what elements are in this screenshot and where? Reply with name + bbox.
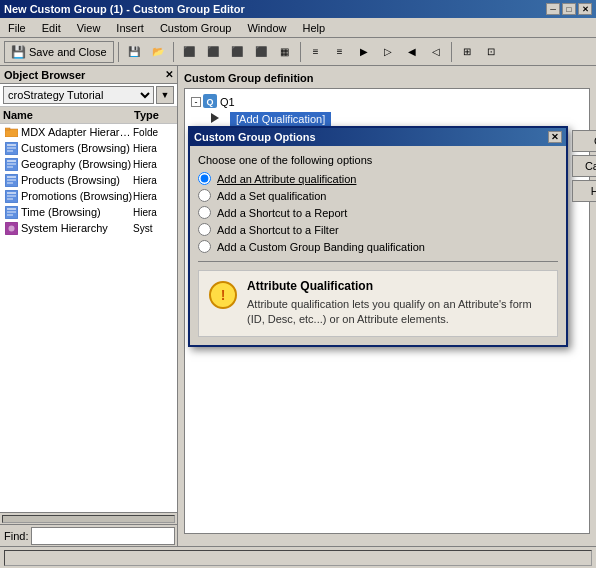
title-bar-buttons: ─ □ ✕ [546,3,592,15]
save-close-label: Save and Close [29,46,107,58]
item-name: Promotions (Browsing) [21,190,133,202]
dialog-separator [198,261,558,262]
radio-attr-qual[interactable] [198,172,211,185]
save-close-button[interactable]: 💾 Save and Close [4,41,114,63]
svg-rect-1 [5,128,10,130]
browser-search-button[interactable]: ▼ [156,86,174,104]
list-item[interactable]: Customers (Browsing) Hiera [0,140,177,156]
dialog-section-title: Choose one of the following options [198,154,558,166]
attr-text-section: Attribute Qualification Attribute qualif… [247,279,549,328]
toolbar-btn-8[interactable]: ▶ [353,41,375,63]
hierarchy-icon [4,173,18,187]
status-bar [0,546,596,568]
toolbar-btn-open[interactable]: 📂 [147,41,169,63]
toolbar-btn-13[interactable]: ⊡ [480,41,502,63]
find-input[interactable] [31,527,175,545]
find-bar: Find: ▼ ⊘ [0,524,177,546]
toolbar-btn-3[interactable]: ⬛ [226,41,248,63]
radio-report-shortcut[interactable] [198,206,211,219]
list-item[interactable]: System Hierarchy Syst [0,220,177,236]
toolbar-btn-7[interactable]: ≡ [329,41,351,63]
toolbar-separator-1 [118,42,119,62]
system-icon [4,221,18,235]
help-button[interactable]: Help [572,180,596,202]
menu-help[interactable]: Help [299,21,330,35]
hierarchy-icon [4,205,18,219]
svg-rect-4 [7,147,16,149]
maximize-button[interactable]: □ [562,3,576,15]
radio-option-4[interactable]: Add a Shortcut to a Filter [198,223,558,236]
toolbar-btn-1[interactable]: ⬛ [178,41,200,63]
toolbar-btn-12[interactable]: ⊞ [456,41,478,63]
toolbar: 💾 Save and Close 💾 📂 ⬛ ⬛ ⬛ ⬛ ▦ ≡ ≡ ▶ ▷ ◀… [0,38,596,66]
list-item[interactable]: MDX Adapter Hierarchies Folde [0,124,177,140]
browser-hscrollbar[interactable] [0,512,177,524]
dialog-wrapper: Custom Group Options ✕ Choose one of the… [188,126,596,347]
svg-point-23 [8,225,14,231]
svg-rect-20 [7,211,16,213]
toolbar-btn-save[interactable]: 💾 [123,41,145,63]
close-button[interactable]: ✕ [578,3,592,15]
attr-section-description: Attribute qualification lets you qualify… [247,297,549,328]
save-icon: 💾 [11,45,26,59]
toolbar-btn-11[interactable]: ◁ [425,41,447,63]
svg-rect-21 [7,214,13,216]
radio-option-1[interactable]: Add an Attribute qualification [198,172,558,185]
item-type: Hiera [133,175,173,186]
object-browser-close[interactable]: ✕ [165,69,173,80]
radio-option-3[interactable]: Add a Shortcut to a Report [198,206,558,219]
minimize-button[interactable]: ─ [546,3,560,15]
list-item[interactable]: Products (Browsing) Hiera [0,172,177,188]
item-name: Geography (Browsing) [21,158,133,170]
radio-label-1: Add an Attribute qualification [217,173,356,185]
menu-window[interactable]: Window [243,21,290,35]
menu-bar: File Edit View Insert Custom Group Windo… [0,18,596,38]
list-item[interactable]: Geography (Browsing) Hiera [0,156,177,172]
dialog-close-button[interactable]: ✕ [548,131,562,143]
item-type: Hiera [133,191,173,202]
menu-file[interactable]: File [4,21,30,35]
window-title: New Custom Group (1) - Custom Group Edit… [4,3,245,15]
item-name: System Hierarchy [21,222,133,234]
item-type: Hiera [133,207,173,218]
list-item[interactable]: Time (Browsing) Hiera [0,204,177,220]
item-type: Hiera [133,159,173,170]
radio-set-qual[interactable] [198,189,211,202]
title-bar: New Custom Group (1) - Custom Group Edit… [0,0,596,18]
item-type: Syst [133,223,173,234]
svg-rect-15 [7,192,16,194]
attr-icon-inner: ! [209,281,237,309]
find-label: Find: [4,530,28,542]
menu-insert[interactable]: Insert [112,21,148,35]
object-browser-panel: Object Browser ✕ croStrategy Tutorial ▼ … [0,66,178,546]
hierarchy-icon [4,141,18,155]
item-name: Customers (Browsing) [21,142,133,154]
toolbar-btn-5[interactable]: ▦ [274,41,296,63]
svg-rect-9 [7,166,13,168]
radio-option-5[interactable]: Add a Custom Group Banding qualification [198,240,558,253]
radio-banding-qual[interactable] [198,240,211,253]
ok-button[interactable]: OK [572,130,596,152]
menu-edit[interactable]: Edit [38,21,65,35]
browser-column-header: Name Type [0,107,177,124]
item-name: Products (Browsing) [21,174,133,186]
main-layout: Object Browser ✕ croStrategy Tutorial ▼ … [0,66,596,546]
radio-filter-shortcut[interactable] [198,223,211,236]
toolbar-separator-4 [451,42,452,62]
toolbar-btn-9[interactable]: ▷ [377,41,399,63]
browser-search-select[interactable]: croStrategy Tutorial [3,86,154,104]
browser-col-name-header: Name [3,109,134,121]
menu-view[interactable]: View [73,21,105,35]
svg-rect-12 [7,179,16,181]
list-item[interactable]: Promotions (Browsing) Hiera [0,188,177,204]
toolbar-btn-4[interactable]: ⬛ [250,41,272,63]
svg-rect-17 [7,198,13,200]
toolbar-btn-10[interactable]: ◀ [401,41,423,63]
toolbar-separator-2 [173,42,174,62]
radio-option-2[interactable]: Add a Set qualification [198,189,558,202]
cancel-button[interactable]: Cancel [572,155,596,177]
menu-custom-group[interactable]: Custom Group [156,21,236,35]
toolbar-btn-2[interactable]: ⬛ [202,41,224,63]
toolbar-btn-6[interactable]: ≡ [305,41,327,63]
svg-rect-3 [7,144,16,146]
